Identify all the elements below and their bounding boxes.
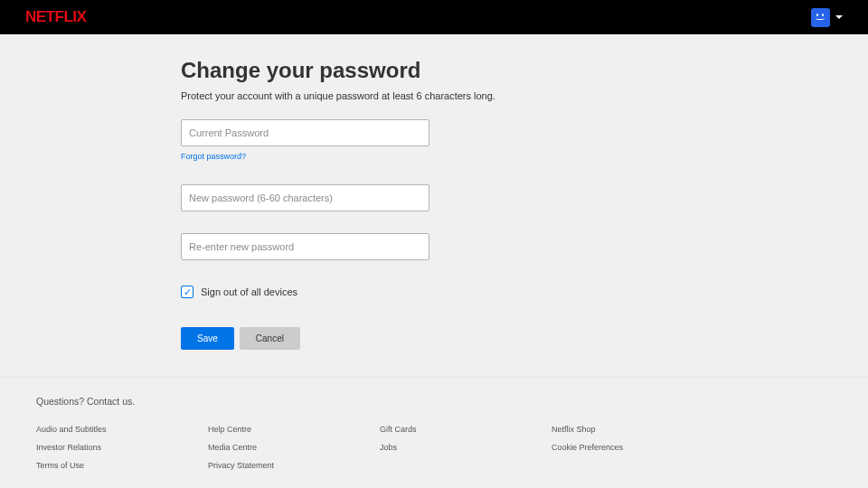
current-password-input[interactable] (181, 119, 429, 146)
save-button[interactable]: Save (181, 327, 234, 350)
footer-links: Audio and Subtitles Investor Relations T… (36, 425, 832, 470)
footer-link-jobs[interactable]: Jobs (380, 443, 470, 452)
confirm-password-input[interactable] (181, 233, 429, 260)
footer-link-cookie-preferences[interactable]: Cookie Preferences (552, 443, 642, 452)
signout-checkbox-label: Sign out of all devices (201, 286, 297, 297)
footer-link-audio-subtitles[interactable]: Audio and Subtitles (36, 425, 127, 434)
avatar-icon (811, 8, 830, 27)
footer-link-investor-relations[interactable]: Investor Relations (36, 443, 127, 452)
footer-questions[interactable]: Questions? Contact us. (36, 396, 832, 407)
footer-link-netflix-shop[interactable]: Netflix Shop (552, 425, 642, 434)
footer-link-media-centre[interactable]: Media Centre (208, 443, 298, 452)
footer-link-help-centre[interactable]: Help Centre (208, 425, 298, 434)
main-content: Change your password Protect your accoun… (0, 34, 868, 350)
footer-col-4: Netflix Shop Cookie Preferences (552, 425, 642, 470)
footer-link-gift-cards[interactable]: Gift Cards (380, 425, 470, 434)
footer: Questions? Contact us. Audio and Subtitl… (0, 377, 868, 488)
signout-checkbox[interactable]: ✓ (181, 286, 193, 298)
profile-menu[interactable] (811, 8, 843, 27)
checkmark-icon: ✓ (184, 287, 192, 297)
forgot-password-link[interactable]: Forgot password? (181, 152, 246, 161)
confirm-password-group (181, 233, 868, 260)
chevron-down-icon (835, 15, 843, 19)
page-title: Change your password (181, 58, 868, 83)
current-password-group: Forgot password? (181, 119, 868, 163)
cancel-button[interactable]: Cancel (240, 327, 300, 350)
new-password-input[interactable] (181, 184, 429, 211)
footer-link-privacy-statement[interactable]: Privacy Statement (208, 461, 298, 470)
header-bar: NETFLIX (0, 0, 868, 34)
new-password-group (181, 184, 868, 211)
button-row: Save Cancel (181, 327, 868, 350)
footer-col-1: Audio and Subtitles Investor Relations T… (36, 425, 127, 470)
signout-checkbox-row: ✓ Sign out of all devices (181, 286, 868, 298)
footer-link-terms-of-use[interactable]: Terms of Use (36, 461, 127, 470)
footer-col-2: Help Centre Media Centre Privacy Stateme… (208, 425, 298, 470)
footer-col-3: Gift Cards Jobs (380, 425, 470, 470)
netflix-logo[interactable]: NETFLIX (25, 8, 86, 26)
page-subtitle: Protect your account with a unique passw… (181, 90, 868, 101)
